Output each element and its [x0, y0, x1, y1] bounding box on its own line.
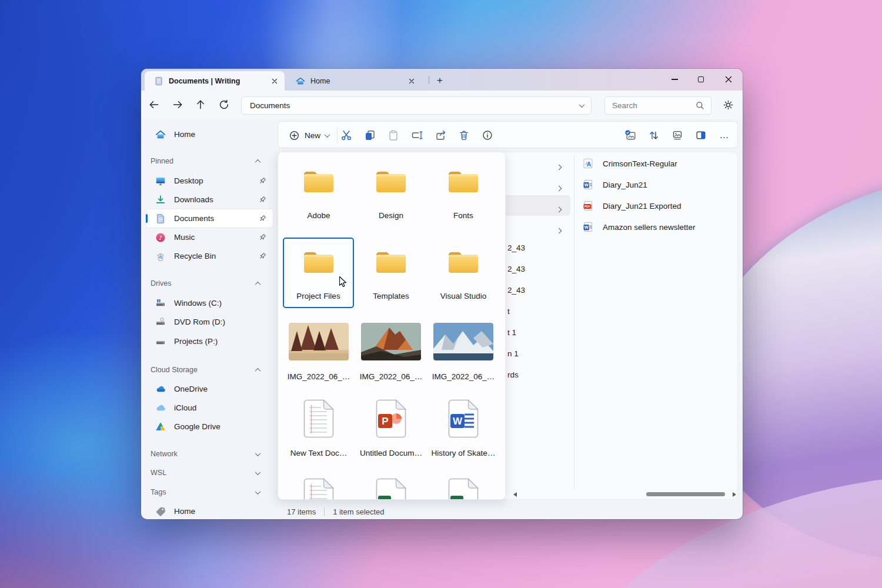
sidebar-item-documents[interactable]: Documents: [146, 209, 273, 228]
pin-icon[interactable]: [258, 252, 267, 260]
truncated-file-name[interactable]: 2_43: [507, 265, 525, 273]
mouse-cursor: [337, 276, 349, 289]
scroll-left-icon[interactable]: [513, 492, 517, 497]
sidebar-item-music[interactable]: Music: [146, 228, 273, 246]
address-dropdown-icon[interactable]: [579, 102, 585, 108]
sort-button[interactable]: [644, 126, 663, 145]
sidebar-item-desktop[interactable]: Desktop: [146, 172, 273, 190]
tab-home[interactable]: Home: [286, 71, 422, 91]
address-bar[interactable]: Documents: [241, 96, 592, 115]
cut-button[interactable]: [337, 126, 356, 145]
paste-button[interactable]: [384, 126, 403, 145]
image-item-2[interactable]: IMG_2022_06_…: [357, 323, 425, 381]
folder-item-design[interactable]: Design: [357, 169, 425, 220]
sidebar-item-icloud[interactable]: iCloud: [146, 399, 273, 417]
tab-documents-writing[interactable]: Documents | Writing: [145, 71, 285, 91]
section-header-wsl[interactable]: WSL: [151, 465, 268, 480]
sidebar-item-windows-c[interactable]: Windows (C:): [146, 294, 273, 312]
sidebar-item-google-drive[interactable]: Google Drive: [146, 417, 273, 436]
folder-icon: [302, 249, 335, 275]
photo-thumbnail: [361, 323, 421, 360]
maximize-button[interactable]: [691, 71, 711, 88]
expand-chevron-icon[interactable]: [557, 161, 563, 167]
tab-divider: [429, 76, 429, 84]
new-tab-button[interactable]: +: [432, 74, 447, 88]
scrollbar-thumb[interactable]: [646, 492, 725, 496]
pin-icon[interactable]: [258, 233, 267, 242]
search-input[interactable]: [612, 101, 695, 110]
minimize-button[interactable]: [664, 71, 684, 88]
file-row-diary-exported[interactable]: Diary_Jun21 Exported: [578, 196, 734, 216]
up-icon: [195, 99, 206, 111]
back-button[interactable]: [145, 95, 163, 114]
sidebar-item-dvd-d[interactable]: DVD Rom (D:): [146, 313, 273, 331]
truncated-file-name[interactable]: 2_43: [507, 286, 525, 295]
tab-close-icon[interactable]: [268, 75, 281, 88]
truncated-file-name[interactable]: t: [507, 307, 510, 316]
doc-item-clipped-excel-2[interactable]: [429, 478, 497, 500]
refresh-button[interactable]: [215, 95, 233, 114]
truncated-file-name[interactable]: rds: [507, 370, 519, 379]
up-button[interactable]: [191, 95, 210, 114]
delete-button[interactable]: [455, 126, 473, 145]
view-button[interactable]: [668, 126, 687, 145]
section-header-drives[interactable]: Drives: [151, 276, 268, 291]
expand-chevron-icon[interactable]: [557, 203, 563, 209]
scroll-right-icon[interactable]: [733, 492, 736, 497]
section-header-tags[interactable]: Tags: [151, 485, 268, 500]
powerpoint-file-icon: [376, 399, 406, 438]
pin-icon[interactable]: [258, 176, 267, 185]
forward-button[interactable]: [168, 95, 187, 114]
file-explorer-window: Documents | Writing Home + Documents: [141, 69, 743, 519]
sidebar-item-tag-home[interactable]: Home: [146, 502, 273, 519]
pin-icon[interactable]: [258, 195, 267, 204]
more-options-button[interactable]: …: [715, 126, 734, 145]
horizontal-scrollbar[interactable]: [512, 491, 737, 498]
section-header-pinned[interactable]: Pinned: [151, 153, 268, 169]
image-item-3[interactable]: IMG_2022_06_…: [429, 323, 497, 381]
close-button[interactable]: [719, 71, 739, 88]
expand-chevron-icon[interactable]: [557, 225, 563, 230]
settings-button[interactable]: [719, 95, 737, 114]
file-row-diary-jun21[interactable]: Diary_Jun21: [578, 175, 734, 195]
new-button[interactable]: New: [284, 126, 332, 145]
section-header-network[interactable]: Network: [151, 446, 268, 462]
sidebar-item-downloads[interactable]: Downloads: [146, 191, 273, 209]
recycle-bin-icon: [155, 251, 166, 262]
doc-item-powerpoint[interactable]: Untitled Docum…: [357, 399, 425, 457]
share-button[interactable]: [431, 126, 450, 145]
details-pane-button[interactable]: [691, 126, 710, 145]
select-mode-button[interactable]: [621, 126, 640, 145]
folder-item-fonts[interactable]: Fonts: [429, 169, 497, 220]
truncated-file-name[interactable]: n 1: [507, 349, 519, 358]
sidebar-item-onedrive[interactable]: OneDrive: [146, 380, 273, 398]
doc-item-clipped-excel-1[interactable]: [357, 478, 425, 500]
image-item-1[interactable]: IMG_2022_06_…: [285, 323, 353, 381]
chevron-down-icon: [255, 469, 261, 475]
sidebar-item-projects-p[interactable]: Projects (P:): [146, 332, 273, 350]
expand-chevron-icon[interactable]: [557, 182, 563, 188]
rename-button[interactable]: [407, 126, 426, 145]
file-row-amazon-newsletter[interactable]: Amazon sellers newsletter: [578, 217, 734, 237]
folder-item-adobe[interactable]: Adobe: [285, 169, 353, 220]
sidebar-item-label: OneDrive: [174, 385, 273, 393]
sidebar-item-recycle-bin[interactable]: Recycle Bin: [146, 247, 273, 265]
close-icon: [725, 76, 732, 83]
doc-item-text[interactable]: New Text Doc…: [285, 399, 353, 457]
properties-button[interactable]: [478, 126, 497, 145]
pin-icon[interactable]: [258, 214, 267, 223]
section-header-cloud-storage[interactable]: Cloud Storage: [151, 362, 268, 377]
copy-button[interactable]: [360, 126, 379, 145]
sidebar-item-home[interactable]: Home: [146, 125, 273, 143]
folder-item-visual-studio[interactable]: Visual Studio: [429, 249, 497, 300]
folder-item-project-files-selected[interactable]: Project Files: [283, 238, 354, 308]
search-box[interactable]: [604, 96, 711, 115]
doc-item-word[interactable]: History of Skate…: [429, 399, 497, 457]
tab-close-icon[interactable]: [405, 75, 418, 88]
doc-item-clipped-text[interactable]: [285, 478, 353, 500]
folder-item-templates[interactable]: Templates: [357, 249, 425, 300]
file-row-crimsontext[interactable]: CrimsonText-Regular: [578, 153, 734, 173]
truncated-file-name[interactable]: t 1: [507, 328, 516, 337]
truncated-file-name[interactable]: 2_43: [507, 243, 525, 252]
status-divider: [324, 507, 325, 516]
